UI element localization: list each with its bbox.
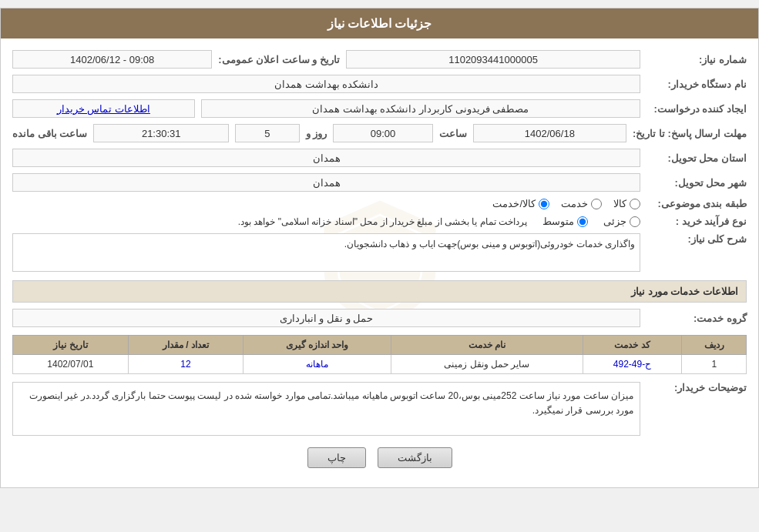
- reply-time-label: ساعت: [439, 128, 467, 139]
- need-desc-label: شرح کلی نیاز:: [646, 233, 747, 245]
- col-date: تاریخ نیاز: [13, 336, 129, 355]
- col-qty: تعداد / مقدار: [128, 336, 243, 355]
- col-row: ردیف: [682, 336, 747, 355]
- delivery-city-value: همدان: [12, 173, 640, 192]
- announce-date-label: تاریخ و ساعت اعلان عمومی:: [218, 54, 340, 65]
- page-title: جزئیات اطلاعات نیاز: [1, 8, 758, 38]
- reply-remaining-value: 21:30:31: [93, 124, 229, 142]
- category-khadamat-label: خدمت: [561, 198, 588, 209]
- reply-date-value: 1402/06/18: [473, 124, 626, 142]
- category-kala-khadamat-input[interactable]: [539, 199, 549, 209]
- category-kala-khadamat-label: کالا/خدمت: [492, 198, 536, 209]
- col-code: کد خدمت: [583, 336, 682, 355]
- col-name: نام خدمت: [391, 336, 583, 355]
- service-table: ردیف کد خدمت نام خدمت واحد اندازه گیری ت…: [12, 335, 747, 374]
- print-button[interactable]: چاپ: [307, 447, 366, 468]
- need-desc-textarea: واگذاری خدمات خودروئی(اتوبوس و مینی بوس)…: [12, 233, 640, 272]
- reply-deadline-label: مهلت ارسال پاسخ: تا تاریخ:: [633, 128, 747, 139]
- button-group: بازگشت چاپ: [12, 447, 747, 468]
- purchase-motavaset-input[interactable]: [577, 216, 588, 227]
- category-khadamat-input[interactable]: [591, 199, 602, 209]
- col-unit: واحد اندازه گیری: [243, 336, 391, 355]
- purchase-jozi-label: جزئی: [603, 216, 626, 227]
- category-label: طبقه بندی موضوعی:: [646, 198, 747, 209]
- need-number-label: شماره نیاز:: [646, 54, 747, 65]
- delivery-province-value: همدان: [12, 149, 640, 167]
- buyer-desc-label: توضیحات خریدار:: [646, 382, 747, 393]
- category-kala-label: کالا: [613, 198, 626, 209]
- reply-days-label: روز و: [306, 128, 327, 139]
- table-row: 1ح-49-492سایر حمل ونقل زمینیماهانه121402…: [13, 355, 747, 374]
- creator-contact-link[interactable]: اطلاعات تماس خریدار: [12, 99, 195, 118]
- service-info-section-title: اطلاعات خدمات مورد نیاز: [12, 280, 747, 303]
- back-button[interactable]: بازگشت: [378, 447, 452, 468]
- category-khadamat-radio[interactable]: خدمت: [561, 198, 602, 209]
- creator-value: مصطفی فریدونی کاربردار دانشکده بهداشت هم…: [201, 99, 640, 118]
- category-kala-radio[interactable]: کالا: [613, 198, 640, 209]
- delivery-city-label: شهر محل تحویل:: [646, 177, 747, 189]
- purchase-motavaset-label: متوسط: [542, 216, 574, 227]
- reply-time-value: 09:00: [333, 124, 433, 142]
- service-group-value: حمل و نقل و انبارداری: [12, 309, 640, 327]
- category-kala-input[interactable]: [630, 199, 640, 209]
- buyer-org-label: نام دستگاه خریدار:: [646, 79, 747, 90]
- service-table-wrapper: ردیف کد خدمت نام خدمت واحد اندازه گیری ت…: [12, 335, 747, 374]
- need-number-value: 1102093441000005: [346, 50, 640, 69]
- purchase-jozi-input[interactable]: [630, 216, 640, 227]
- purchase-full-text: پرداخت تمام یا بخشی از مبلغ خریدار از مح…: [238, 216, 527, 227]
- purchase-motavaset-radio[interactable]: متوسط: [542, 216, 588, 227]
- creator-label: ایجاد کننده درخواست:: [646, 103, 747, 115]
- reply-remaining-label: ساعت باقی مانده: [12, 128, 87, 139]
- announce-date-value: 1402/06/12 - 09:08: [12, 50, 212, 69]
- category-kala-khadamat-radio[interactable]: کالا/خدمت: [492, 198, 549, 209]
- reply-days-value: 5: [235, 124, 299, 142]
- service-group-label: گروه خدمت:: [646, 313, 747, 324]
- purchase-jozi-radio[interactable]: جزئی: [603, 216, 640, 227]
- purchase-type-label: نوع فرآیند خرید :: [646, 216, 747, 227]
- buyer-org-value: دانشکده بهداشت همدان: [12, 75, 640, 93]
- buyer-desc-value: میزان ساعت مورد نیاز ساعت 252مینی بوس،20…: [12, 382, 640, 436]
- delivery-province-label: استان محل تحویل:: [646, 152, 747, 164]
